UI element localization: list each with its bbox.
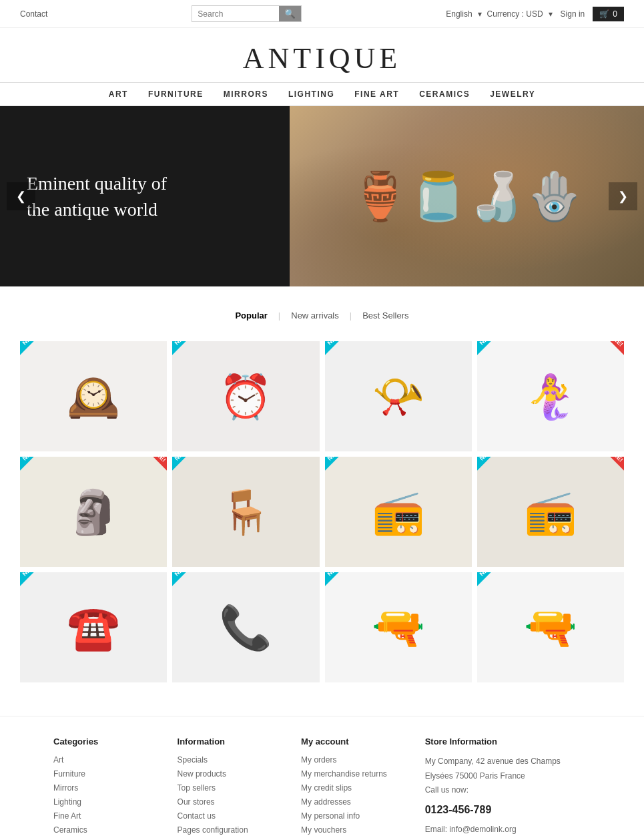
contact-link[interactable]: Contact <box>20 9 47 19</box>
products-section: Popular | New arrivals | Best Sellers NE… <box>0 286 644 696</box>
product-image: ⏰ <box>219 375 272 418</box>
footer-category-link[interactable]: Ceramics <box>53 825 87 835</box>
footer-info-link[interactable]: New products <box>178 769 226 779</box>
product-image: 📞 <box>219 606 272 649</box>
footer-account-link[interactable]: My orders <box>301 755 336 765</box>
hero-ceramics-decor: 🏺🫙🍶🪬 <box>351 169 583 224</box>
nav-item-art[interactable]: ART <box>109 89 128 99</box>
footer-info-link[interactable]: Our stores <box>178 797 215 807</box>
product-tabs: Popular | New arrivals | Best Sellers <box>20 306 624 325</box>
footer-category-link[interactable]: Lighting <box>53 797 81 807</box>
new-badge: NEW <box>477 341 517 381</box>
main-nav: ARTFURNITUREMIRRORSLIGHTINGFINE ARTCERAM… <box>0 82 644 106</box>
footer-store-address: My Company, 42 avenue des Champs Elysées… <box>425 755 591 783</box>
hero-prev-button[interactable]: ❮ <box>7 182 35 210</box>
footer-store-title: Store Information <box>425 737 591 747</box>
cart-count: 0 <box>613 9 617 19</box>
tab-popular[interactable]: Popular <box>224 306 278 325</box>
product-image: 📻 <box>524 491 577 534</box>
product-card[interactable]: NEW📯 <box>325 341 472 451</box>
top-bar: Contact 🔍 English ▾ Currency : USD ▾ Sig… <box>0 0 644 28</box>
footer-categories: Categories ArtFurnitureMirrorsLightingFi… <box>53 737 164 840</box>
footer-account-link[interactable]: My credit slips <box>301 783 352 793</box>
tab-new-arrivals[interactable]: New arrivals <box>280 306 350 325</box>
hero-line1: Eminent quality of <box>27 173 167 194</box>
footer-my-account: My account My ordersMy merchandise retur… <box>301 737 412 840</box>
language-selector: English ▾ Currency : USD ▾ <box>446 9 552 19</box>
nav-item-lighting[interactable]: LIGHTING <box>288 89 334 99</box>
search-input[interactable] <box>192 7 279 21</box>
new-badge: NEW <box>172 457 212 497</box>
product-card[interactable]: NEWSALE!📻 <box>477 457 624 567</box>
footer-store-call: Call us now: <box>425 783 591 798</box>
contact-anchor[interactable]: Contact <box>20 9 47 19</box>
new-badge: NEW <box>477 457 517 497</box>
cart-button[interactable]: 🛒 0 <box>593 7 624 21</box>
nav-item-jewelry[interactable]: JEWELRY <box>490 89 535 99</box>
footer-category-link[interactable]: Mirrors <box>53 783 78 793</box>
footer-store-info: Store Information My Company, 42 avenue … <box>425 737 591 840</box>
footer-info-link[interactable]: Contact us <box>178 811 216 821</box>
new-badge: NEW <box>325 341 365 381</box>
footer-info-link[interactable]: Top sellers <box>178 783 216 793</box>
product-image: 🗿 <box>67 491 120 534</box>
footer-information-title: Information <box>178 737 288 747</box>
product-card[interactable]: NEW⏰ <box>172 341 319 451</box>
hero-next-button[interactable]: ❯ <box>609 182 637 210</box>
new-badge: NEW <box>172 572 212 612</box>
nav-item-fine-art[interactable]: FINE ART <box>354 89 399 99</box>
search-button[interactable]: 🔍 <box>279 6 301 21</box>
footer-categories-title: Categories <box>53 737 164 747</box>
hero-left-panel: Eminent quality of the antique world <box>0 106 290 286</box>
language-label: English <box>446 9 472 19</box>
site-footer: Categories ArtFurnitureMirrorsLightingFi… <box>0 716 644 840</box>
product-card[interactable]: NEW🕰️ <box>20 341 167 451</box>
nav-item-ceramics[interactable]: CERAMICS <box>419 89 470 99</box>
hero-text: Eminent quality of the antique world <box>27 170 167 222</box>
footer-info-link[interactable]: Specials <box>178 755 208 765</box>
product-card[interactable]: NEW📞 <box>172 572 319 682</box>
product-card[interactable]: NEW🔫 <box>325 572 472 682</box>
footer-account-link[interactable]: My merchandise returns <box>301 769 387 779</box>
footer-account-link[interactable]: My addresses <box>301 797 351 807</box>
footer-account-link[interactable]: My personal info <box>301 811 360 821</box>
nav-item-furniture[interactable]: FURNITURE <box>148 89 204 99</box>
footer-info-link[interactable]: Pages configuration <box>178 825 248 835</box>
new-badge: NEW <box>20 572 60 612</box>
nav-item-mirrors[interactable]: MIRRORS <box>224 89 268 99</box>
product-image: 📯 <box>372 375 425 418</box>
footer-account-title: My account <box>301 737 412 747</box>
product-card[interactable]: NEWSALE!🧜‍♀️ <box>477 341 624 451</box>
footer-grid: Categories ArtFurnitureMirrorsLightingFi… <box>53 737 591 840</box>
footer-category-link[interactable]: Art <box>53 755 63 765</box>
product-card[interactable]: NEWSALE!🗿 <box>20 457 167 567</box>
footer-store-phone: 0123-456-789 <box>425 801 591 820</box>
product-card[interactable]: NEW📻 <box>325 457 472 567</box>
footer-categories-list: ArtFurnitureMirrorsLightingFine ArtCeram… <box>53 755 164 840</box>
hero-overlay: 🏺🫙🍶🪬 <box>290 106 644 286</box>
product-image: 🪑 <box>219 491 272 534</box>
top-bar-right: English ▾ Currency : USD ▾ Sign in 🛒 0 <box>446 7 624 21</box>
new-badge: NEW <box>20 341 60 381</box>
signin-link[interactable]: Sign in <box>561 9 585 19</box>
product-grid: NEW🕰️NEW⏰NEW📯NEWSALE!🧜‍♀️NEWSALE!🗿NEW🪑NE… <box>20 341 624 682</box>
product-image: ☎️ <box>67 606 120 649</box>
product-image: 🔫 <box>372 606 425 649</box>
footer-category-link[interactable]: Fine Art <box>53 811 81 821</box>
product-image: 📻 <box>372 491 425 534</box>
cart-icon: 🛒 <box>599 9 609 19</box>
product-card[interactable]: NEW🔫 <box>477 572 624 682</box>
product-image: 🔫 <box>524 606 577 649</box>
currency-label: Currency : USD <box>487 9 543 19</box>
sale-badge: SALE! <box>584 457 624 497</box>
sale-badge: SALE! <box>127 457 167 497</box>
footer-category-link[interactable]: Furniture <box>53 769 85 779</box>
sale-badge: SALE! <box>584 341 624 381</box>
hero-line2: the antique world <box>27 199 157 220</box>
product-card[interactable]: NEW🪑 <box>172 457 319 567</box>
hero-right-panel: 🏺🫙🍶🪬 <box>290 106 644 286</box>
email-link[interactable]: info@demolink.org <box>449 825 516 834</box>
footer-account-link[interactable]: My vouchers <box>301 825 346 835</box>
product-card[interactable]: NEW☎️ <box>20 572 167 682</box>
tab-best-sellers[interactable]: Best Sellers <box>352 306 419 325</box>
